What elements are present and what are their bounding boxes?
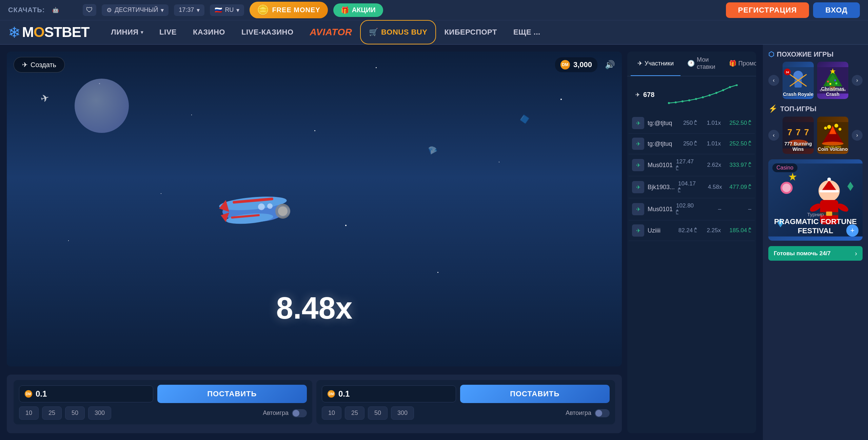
bet-1-coin-icon: DM xyxy=(25,390,32,398)
bet-1-input[interactable]: DM 0.1 xyxy=(19,385,153,402)
svg-point-36 xyxy=(834,79,836,81)
bet-2-toggle-dot xyxy=(595,410,602,417)
bet-3-win: 333.97 ₾ xyxy=(725,162,751,168)
plus-icon: + xyxy=(850,226,855,235)
mini-chart: ✈ 678 xyxy=(631,80,752,109)
language-button[interactable]: 🇷🇺 RU ▾ xyxy=(210,4,244,16)
crash-royale-label: Crash Royale xyxy=(783,92,814,97)
quick-bet-1-300[interactable]: 300 xyxy=(88,406,111,420)
bet-3-multiplier: 2.62x xyxy=(701,162,721,168)
logo-text: MOSTBET xyxy=(22,24,89,40)
nav-item-liniya[interactable]: ЛИНИЯ ▾ xyxy=(103,20,151,44)
decimal-label: ДЕСЯТИЧНЫЙ xyxy=(115,6,158,14)
top-games-section: ⚡ ТОП-ИГРЫ ‹ 7 7 7 BU xyxy=(768,104,863,154)
lang-label: RU xyxy=(225,6,234,14)
quick-bet-1-10[interactable]: 10 xyxy=(19,406,39,420)
svg-point-18 xyxy=(709,94,711,96)
burning-wins-thumb[interactable]: 7 7 7 BURNING WINS 777 Burning Wins xyxy=(783,117,814,154)
bet-1-quick-bets: 10 25 50 300 Автоигра xyxy=(19,406,307,420)
quick-bet-1-25[interactable]: 25 xyxy=(42,406,62,420)
nav-item-live[interactable]: LIVE xyxy=(151,20,185,44)
bet-list: ✈ tg:@tjtuq 250 ₾ 1.01x 252.50 ₾ ✈ tg:@t… xyxy=(627,113,756,433)
nav-item-bonus-buy[interactable]: 🛒 BONUS BUY xyxy=(360,20,436,44)
similar-games-grid: ‹ 34 xyxy=(768,62,863,99)
nav-bar: ❄ MOSTBET ЛИНИЯ ▾ LIVE КАЗИНО LIVE-КАЗИН… xyxy=(0,20,868,45)
tab-promo[interactable]: 🎁 Промо xyxy=(722,52,756,76)
nav-item-esports[interactable]: КИБЕРСПОРТ xyxy=(436,20,505,44)
promo-banner[interactable]: Casino Турнир PRAGMATIC FORTUNE FESTIVAL… xyxy=(768,159,863,241)
quick-bet-2-50[interactable]: 50 xyxy=(368,406,388,420)
quick-bet-2-25[interactable]: 25 xyxy=(345,406,364,420)
help-bar[interactable]: Готовы помочь 24/7 › xyxy=(768,246,863,261)
similar-games-next-button[interactable]: › xyxy=(852,75,863,86)
plane-svg xyxy=(205,175,300,242)
similar-games-section: ⬡ ПОХОЖИЕ ИГРЫ ‹ xyxy=(768,50,863,99)
bet-list-row: ✈ Mus0101 127.47 ₾ 2.62x 333.97 ₾ xyxy=(629,154,755,176)
bet-2-win: 252.50 ₾ xyxy=(724,140,751,147)
bet-list-row: ✈ tg:@tjtuq 250 ₾ 1.01x 252.50 ₾ xyxy=(629,134,755,154)
quick-bet-1-50[interactable]: 50 xyxy=(65,406,85,420)
nav-item-aviator[interactable]: Aviator xyxy=(302,20,360,44)
bet-1-autoplay-toggle[interactable] xyxy=(292,409,307,417)
android-download-button[interactable]: 🤖 xyxy=(50,5,61,16)
bet-1-user: tg:@tjtuq xyxy=(648,120,680,127)
bet-6-avatar: ✈ xyxy=(632,224,644,237)
logo-snowflake-icon: ❄ xyxy=(8,24,21,41)
place-bet-1-button[interactable]: ПОСТАВИТЬ xyxy=(157,385,307,403)
svg-rect-59 xyxy=(820,190,839,192)
similar-games-prev-button[interactable]: ‹ xyxy=(768,75,779,86)
christmas-crash-thumb[interactable]: CHRISTMAS CRASH Christmas Crash xyxy=(817,62,848,99)
free-money-button[interactable]: 🪙 FREE MONEY xyxy=(250,2,328,18)
svg-point-13 xyxy=(675,101,677,103)
top-games-prev-button[interactable]: ‹ xyxy=(768,130,779,141)
plane-bet-3-icon: ✈ xyxy=(636,162,640,168)
chart-number: 678 xyxy=(643,91,654,99)
bet-2-autoplay-toggle[interactable] xyxy=(595,409,610,417)
nav-bonus-buy-label: BONUS BUY xyxy=(381,28,428,37)
decimal-chevron-icon: ▾ xyxy=(161,6,164,14)
bet-2-input[interactable]: DM 0.1 xyxy=(322,385,456,402)
svg-point-12 xyxy=(668,102,670,104)
main-layout: ✈ 💎 🔷 ✈ Создать DM 3,000 xyxy=(0,45,868,440)
tab-my-bets[interactable]: 🕐 Мои ставки xyxy=(680,52,722,76)
sound-button[interactable]: 🔊 xyxy=(605,60,615,69)
bet-2-input-row: DM 0.1 ПОСТАВИТЬ xyxy=(322,385,610,403)
promo-expand-button[interactable]: + xyxy=(846,224,859,237)
svg-point-35 xyxy=(827,81,829,83)
decimal-button[interactable]: ⚙ ДЕСЯТИЧНЫЙ ▾ xyxy=(102,4,169,16)
promotions-button[interactable]: 🎁 АКЦИИ xyxy=(333,3,383,17)
login-button[interactable]: ВХОД xyxy=(813,2,860,18)
svg-point-22 xyxy=(736,84,738,86)
plane-bet-icon: ✈ xyxy=(636,120,640,126)
help-text: Готовы помочь 24/7 xyxy=(774,250,831,257)
shield-button[interactable]: 🛡 xyxy=(83,4,96,16)
apple-download-button[interactable] xyxy=(66,5,77,16)
quick-bet-2-300[interactable]: 300 xyxy=(391,406,414,420)
coin-volcano-label: Coin Volcano xyxy=(817,146,848,152)
promotions-label: АКЦИИ xyxy=(352,6,376,14)
nav-item-more[interactable]: ЕЩЕ ... xyxy=(505,20,549,44)
place-bet-2-button[interactable]: ПОСТАВИТЬ xyxy=(460,385,610,403)
download-label: СКАЧАТЬ: xyxy=(8,6,45,14)
bet-4-amount-display: 104.17 ₾ xyxy=(678,180,699,194)
svg-point-20 xyxy=(722,89,724,91)
similar-games-icon: ⬡ xyxy=(768,50,774,58)
plane-bet-4-icon: ✈ xyxy=(636,184,640,191)
coins-icon: 🪙 xyxy=(257,4,269,16)
coin-volcano-thumb[interactable]: COIN VOLCANO Coin Volcano xyxy=(817,117,848,154)
quick-bet-2-10[interactable]: 10 xyxy=(322,406,341,420)
logo[interactable]: ❄ MOSTBET xyxy=(8,24,89,41)
time-button[interactable]: 17:37 ▾ xyxy=(174,4,204,16)
multiplier-display: 8.48x xyxy=(276,291,352,326)
plane-tab-icon: ✈ xyxy=(637,60,643,67)
tab-participants[interactable]: ✈ Участники xyxy=(631,52,680,76)
top-games-next-button[interactable]: › xyxy=(852,130,863,141)
nav-item-casino[interactable]: КАЗИНО xyxy=(185,20,233,44)
nav-item-live-casino[interactable]: LIVE-КАЗИНО xyxy=(233,20,302,44)
svg-text:7: 7 xyxy=(796,127,801,137)
create-button[interactable]: ✈ Создать xyxy=(14,57,65,73)
register-button[interactable]: РЕГИСТРАЦИЯ xyxy=(726,2,809,18)
promo-casino-label: Casino xyxy=(776,165,793,171)
top-games-grid: ‹ 7 7 7 BURNING WINS xyxy=(768,117,863,154)
crash-royale-thumb[interactable]: 34 Crash Royale xyxy=(783,62,814,99)
